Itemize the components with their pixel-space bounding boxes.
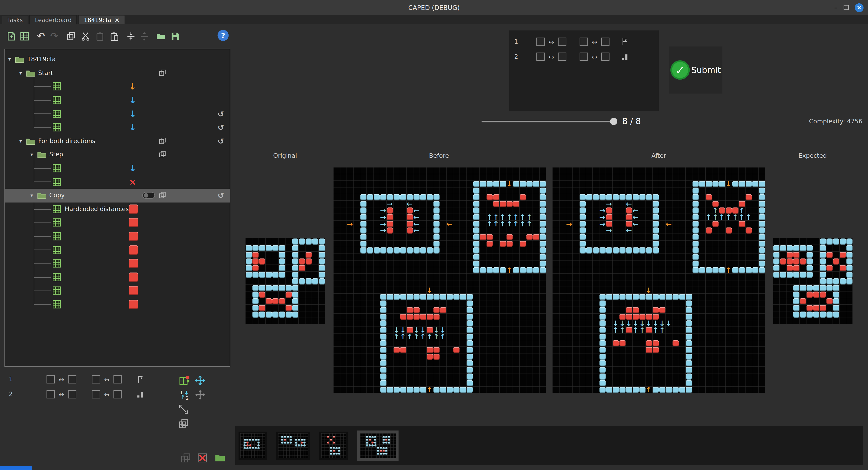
cyan-cell bbox=[819, 265, 826, 271]
io-checkbox[interactable] bbox=[601, 53, 610, 61]
undo-node-icon[interactable]: ↺ bbox=[217, 109, 224, 118]
help-button[interactable]: ? bbox=[217, 30, 228, 41]
io-checkbox[interactable] bbox=[580, 53, 588, 61]
io-checkbox[interactable] bbox=[558, 53, 566, 61]
tab-tasks[interactable]: Tasks bbox=[2, 15, 28, 24]
undo-node-icon[interactable]: ↺ bbox=[217, 191, 224, 200]
io-checkbox[interactable] bbox=[580, 38, 588, 46]
io-checkbox[interactable] bbox=[46, 375, 55, 383]
red-cell bbox=[839, 265, 846, 271]
chevron-down-icon[interactable]: ▾ bbox=[20, 70, 22, 76]
io-checkbox[interactable] bbox=[558, 38, 566, 46]
grid-node-icon bbox=[53, 205, 61, 213]
tab-label: Tasks bbox=[7, 17, 23, 23]
tab-leaderboard[interactable]: Leaderboard bbox=[29, 15, 77, 24]
io-checkbox[interactable] bbox=[536, 53, 545, 61]
red-cell bbox=[393, 347, 399, 353]
red-cell bbox=[305, 258, 311, 264]
tree-grid-node-5[interactable]: ↓↺ bbox=[5, 121, 230, 134]
cyan-cell bbox=[493, 181, 499, 187]
io-checkbox[interactable] bbox=[114, 390, 122, 399]
copy-grid-button[interactable] bbox=[177, 417, 189, 430]
swap-12-button[interactable]: 12 bbox=[178, 388, 191, 401]
cyan-cell bbox=[520, 267, 526, 273]
chevron-down-icon[interactable]: ▾ bbox=[31, 193, 33, 198]
tree-grid-node-8[interactable]: ↓ bbox=[5, 161, 230, 175]
io-checkbox[interactable] bbox=[536, 38, 545, 46]
io-checkbox[interactable] bbox=[601, 38, 610, 46]
paste-grid-green-button[interactable] bbox=[178, 374, 191, 386]
save-button[interactable] bbox=[168, 29, 182, 43]
close-button[interactable]: × bbox=[855, 3, 864, 12]
chevron-down-icon[interactable]: ▾ bbox=[31, 152, 33, 157]
minimize-button[interactable]: – bbox=[834, 4, 838, 11]
copy-grid-dim-button[interactable] bbox=[179, 451, 191, 464]
tree-grid-node-13[interactable] bbox=[5, 229, 230, 243]
cyan-cell bbox=[819, 285, 826, 291]
copy-node-icon[interactable] bbox=[159, 192, 166, 199]
undo-node-icon[interactable]: ↺ bbox=[217, 137, 224, 146]
new-folder-button[interactable] bbox=[214, 451, 226, 464]
copy-node-icon[interactable] bbox=[159, 69, 166, 77]
tree-folder-step[interactable]: ▾Step bbox=[5, 148, 230, 161]
cyan-cell bbox=[453, 387, 459, 393]
tree-folder-for-both-directions[interactable]: ▾For both directions↺ bbox=[5, 134, 230, 148]
red-cell bbox=[299, 258, 305, 264]
copy-node-icon[interactable] bbox=[159, 151, 166, 158]
tree-grid-node-11[interactable]: Hardcoded distances bbox=[5, 202, 230, 216]
tree-grid-node-4[interactable]: ↓↺ bbox=[5, 107, 230, 121]
example-thumbnail-3[interactable] bbox=[319, 431, 348, 460]
tree-folder-copy[interactable]: ▾Copy↺ bbox=[5, 189, 230, 202]
merge-down-button[interactable] bbox=[124, 29, 137, 43]
io-checkbox[interactable] bbox=[114, 375, 122, 383]
io-checkbox[interactable] bbox=[46, 390, 55, 399]
tree-grid-node-2[interactable]: ↓ bbox=[5, 80, 230, 93]
expand-cyan-button[interactable] bbox=[194, 374, 206, 386]
tree-grid-node-3[interactable]: ↓ bbox=[5, 93, 230, 107]
open-folder-button[interactable] bbox=[154, 29, 167, 43]
new-grid-button[interactable] bbox=[4, 29, 18, 43]
io-checkbox[interactable] bbox=[68, 390, 76, 399]
slider-handle[interactable] bbox=[610, 118, 617, 125]
copy-node-icon[interactable] bbox=[159, 137, 166, 145]
example-thumbnail-2[interactable] bbox=[276, 431, 310, 460]
duplicate-button[interactable] bbox=[64, 29, 78, 43]
io-checkbox[interactable] bbox=[92, 375, 100, 383]
tree-grid-node-17[interactable] bbox=[5, 284, 230, 297]
cyan-cell bbox=[692, 207, 698, 213]
expand-gray-button[interactable] bbox=[194, 388, 206, 401]
enabled-toggle[interactable] bbox=[142, 192, 155, 199]
tree-grid-node-9[interactable]: × bbox=[5, 175, 230, 189]
submit-button[interactable]: ✓ Submit bbox=[669, 46, 722, 94]
thumbnail-grid bbox=[278, 433, 308, 458]
delete-grid-button[interactable] bbox=[196, 451, 208, 464]
example-thumbnail-4[interactable] bbox=[357, 430, 399, 461]
chevron-down-icon[interactable]: ▾ bbox=[8, 57, 11, 62]
io-checkbox[interactable] bbox=[92, 390, 100, 399]
undo-button[interactable]: ↶ bbox=[34, 29, 48, 43]
grid-settings-button[interactable] bbox=[18, 29, 31, 43]
tree-folder-18419cfa[interactable]: ▾18419cfa bbox=[5, 53, 230, 66]
maximize-button[interactable] bbox=[844, 5, 848, 10]
tree-folder-start[interactable]: ▾Start bbox=[5, 66, 230, 80]
paste-special-button[interactable] bbox=[107, 29, 121, 43]
undo-node-icon[interactable]: ↺ bbox=[217, 123, 224, 132]
tree-grid-node-16[interactable] bbox=[5, 270, 230, 284]
tab-18419cfa[interactable]: 18419cfa× bbox=[78, 15, 125, 24]
cyan-cell bbox=[466, 334, 472, 340]
io-checkbox[interactable] bbox=[68, 375, 76, 383]
slider-track[interactable] bbox=[482, 121, 615, 122]
example-slider[interactable] bbox=[482, 117, 615, 125]
tree-grid-node-15[interactable] bbox=[5, 257, 230, 270]
cyan-cell bbox=[318, 238, 324, 244]
tree-grid-node-12[interactable] bbox=[5, 216, 230, 229]
cut-button[interactable] bbox=[79, 29, 92, 43]
cyan-cell bbox=[466, 300, 472, 306]
tree-grid-node-18[interactable] bbox=[5, 297, 230, 311]
cyan-cell bbox=[773, 251, 779, 258]
chevron-down-icon[interactable]: ▾ bbox=[20, 138, 22, 144]
tab-close-icon[interactable]: × bbox=[114, 16, 120, 24]
resize-button[interactable] bbox=[177, 403, 189, 415]
example-thumbnail-1[interactable] bbox=[239, 431, 267, 460]
tree-grid-node-14[interactable] bbox=[5, 243, 230, 257]
